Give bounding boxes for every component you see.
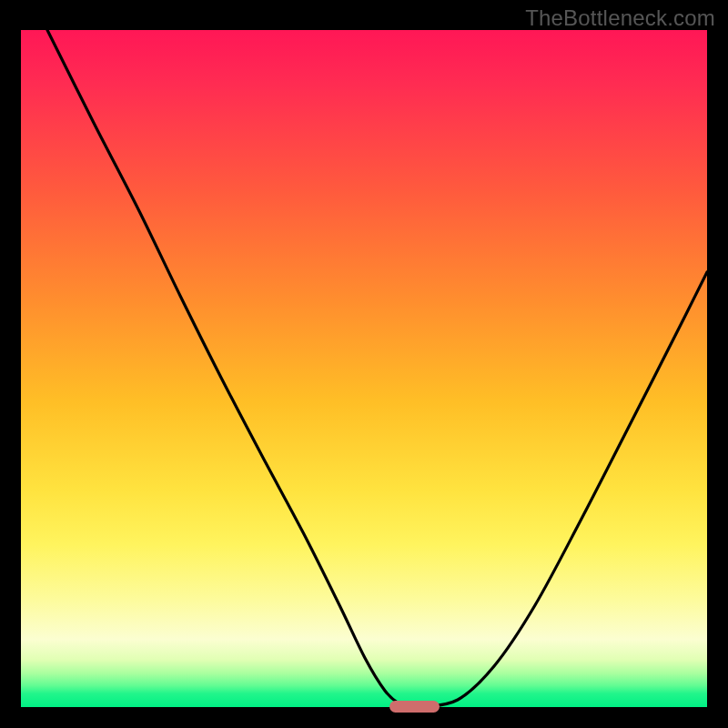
chart-frame: TheBottleneck.com (0, 0, 728, 728)
bottleneck-curve (47, 30, 707, 708)
plot-area (21, 30, 707, 707)
optimal-range-marker (389, 701, 440, 713)
curve-svg (21, 30, 707, 707)
attribution-text: TheBottleneck.com (525, 5, 715, 31)
